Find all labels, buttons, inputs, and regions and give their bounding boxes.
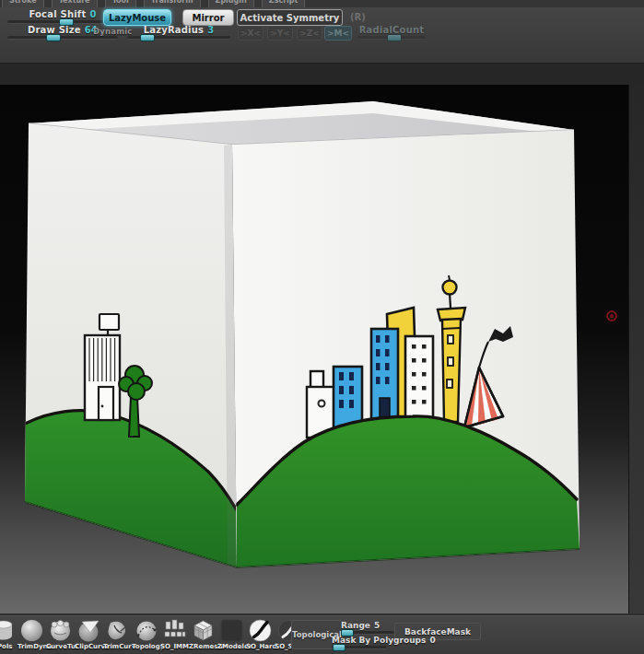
symmetry-y-button[interactable]: >Y< bbox=[267, 26, 293, 41]
hard-brush-stroke-icon bbox=[248, 618, 273, 643]
brush-label: ZRemeshr bbox=[189, 643, 217, 650]
activate-symmetry-label: Activate Symmetry bbox=[240, 13, 340, 23]
canvas-right-margin[interactable] bbox=[628, 85, 644, 613]
blue-building-2-drawing bbox=[371, 329, 398, 426]
mask-by-polygroups-value: 0 bbox=[429, 636, 435, 645]
brush-label: _Pols bbox=[0, 643, 18, 650]
range-value: 5 bbox=[374, 621, 380, 630]
brush-label: SO_IMM bbox=[160, 643, 189, 650]
cylinder-brush-icon bbox=[0, 618, 16, 643]
mirror-button[interactable]: Mirror bbox=[182, 9, 234, 26]
symmetry-y-label: >Y< bbox=[270, 29, 290, 38]
lazy-radius-handle[interactable] bbox=[140, 34, 155, 41]
brush-label: TrimCurv bbox=[103, 643, 132, 650]
symmetry-z-label: >Z< bbox=[299, 29, 320, 38]
brush-item-zremesher[interactable]: ZRemeshr bbox=[189, 618, 217, 650]
menu-tab-tool[interactable]: Tool bbox=[105, 0, 136, 7]
menu-tab-zscript[interactable]: Zscript bbox=[262, 0, 306, 7]
focal-shift-value: 0 bbox=[89, 9, 96, 19]
brush-item-topology[interactable]: Topology bbox=[132, 618, 160, 650]
topology-curve-brush-icon bbox=[134, 618, 158, 643]
menu-bar: Stroke Texture Tool Transform Zplugin Zs… bbox=[0, 0, 644, 7]
menu-tab-stroke[interactable]: Stroke bbox=[2, 0, 44, 7]
clip-plane-brush-icon bbox=[76, 618, 101, 643]
brush-item-trimcurv[interactable]: TrimCurv bbox=[103, 618, 132, 650]
dotted-white-building-drawing bbox=[405, 336, 433, 424]
viewport-3d-scene bbox=[0, 85, 644, 613]
symmetry-m-button[interactable]: >M< bbox=[324, 26, 352, 41]
lazymouse-button[interactable]: LazyMouse bbox=[103, 9, 171, 26]
draw-size-track[interactable] bbox=[7, 36, 118, 40]
sub-toolbar bbox=[0, 63, 644, 87]
brush-item-so-imm[interactable]: SO_IMM bbox=[160, 618, 189, 650]
brush-strip: _Pols TrimDyna CurveTut bbox=[0, 618, 303, 650]
box-front-face bbox=[232, 130, 580, 567]
symmetry-z-button[interactable]: >Z< bbox=[297, 26, 322, 41]
brush-label: CurveTut bbox=[46, 643, 75, 650]
focal-shift-track[interactable] bbox=[7, 20, 118, 24]
top-toolbar: Focal Shift 0 Draw Size 64 Dynamic LazyM… bbox=[0, 7, 644, 64]
lazy-radius-track[interactable] bbox=[127, 36, 230, 40]
brush-label: ZModeler bbox=[217, 643, 246, 650]
range-track[interactable] bbox=[341, 631, 394, 635]
brush-label: TrimDyna bbox=[18, 643, 46, 650]
remesh-cube-icon bbox=[191, 618, 216, 643]
brush-label: ClipCurve bbox=[75, 643, 103, 650]
radial-count-track[interactable] bbox=[357, 36, 426, 40]
sphere-brush-icon bbox=[19, 618, 44, 643]
brush-item-trimdyna[interactable]: TrimDyna bbox=[18, 618, 46, 650]
backface-mask-label: BackfaceMask bbox=[404, 627, 471, 636]
mask-by-polygroups-slider[interactable]: Mask By Polygroups 0 bbox=[332, 636, 442, 649]
trim-scissors-brush-icon bbox=[105, 618, 130, 643]
focal-shift-slider[interactable]: Focal Shift 0 bbox=[7, 9, 118, 24]
zbrush-window: Stroke Texture Tool Transform Zplugin Zs… bbox=[0, 0, 644, 654]
insert-mesh-blocks-icon bbox=[162, 618, 187, 643]
menu-tab-zplugin[interactable]: Zplugin bbox=[208, 0, 254, 7]
brush-item-clipcurve[interactable]: ClipCurve bbox=[75, 618, 103, 650]
radial-count-slider[interactable]: RadialCount bbox=[357, 25, 426, 40]
mirror-label: Mirror bbox=[192, 13, 224, 23]
mask-by-polygroups-track[interactable] bbox=[332, 646, 387, 649]
mask-by-polygroups-label: Mask By Polygroups bbox=[332, 636, 426, 645]
brush-item-pols[interactable]: _Pols bbox=[0, 618, 18, 650]
brush-item-curvetut[interactable]: CurveTut bbox=[46, 618, 75, 650]
brush-item-so-hard[interactable]: SO_Hard bbox=[246, 618, 275, 650]
brush-cursor-ring bbox=[607, 311, 616, 321]
brush-item-zmodeler[interactable]: ZModeler bbox=[217, 618, 246, 650]
zmodeler-dim-icon bbox=[219, 618, 244, 643]
lazymouse-label: LazyMouse bbox=[109, 13, 166, 23]
brush-label: Topology bbox=[132, 643, 160, 650]
lazy-radius-slider[interactable]: LazyRadius 3 bbox=[127, 25, 230, 40]
menu-tab-transform[interactable]: Transform bbox=[144, 0, 201, 7]
creature-mesh-brush-icon bbox=[48, 618, 73, 643]
symmetry-m-label: >M< bbox=[327, 29, 349, 38]
activate-symmetry-button[interactable]: Activate Symmetry bbox=[237, 9, 343, 26]
focal-shift-label: Focal Shift bbox=[29, 9, 86, 19]
lazy-radius-value: 3 bbox=[207, 25, 214, 35]
box-left-face bbox=[25, 123, 237, 568]
draw-size-handle[interactable] bbox=[46, 34, 61, 41]
symmetry-x-label: >X< bbox=[240, 29, 261, 38]
menu-tab-texture[interactable]: Texture bbox=[52, 0, 98, 7]
mask-by-polygroups-handle[interactable] bbox=[333, 644, 345, 651]
range-slider[interactable]: Range 5 bbox=[341, 621, 394, 635]
r-indicator: (R) bbox=[350, 12, 366, 22]
radial-count-handle[interactable] bbox=[387, 34, 402, 41]
bottom-toolbar: _Pols TrimDyna CurveTut bbox=[0, 615, 644, 654]
viewport-canvas[interactable] bbox=[0, 85, 644, 613]
symmetry-x-button[interactable]: >X< bbox=[238, 26, 263, 41]
brush-label: SO_Hard bbox=[246, 643, 275, 650]
